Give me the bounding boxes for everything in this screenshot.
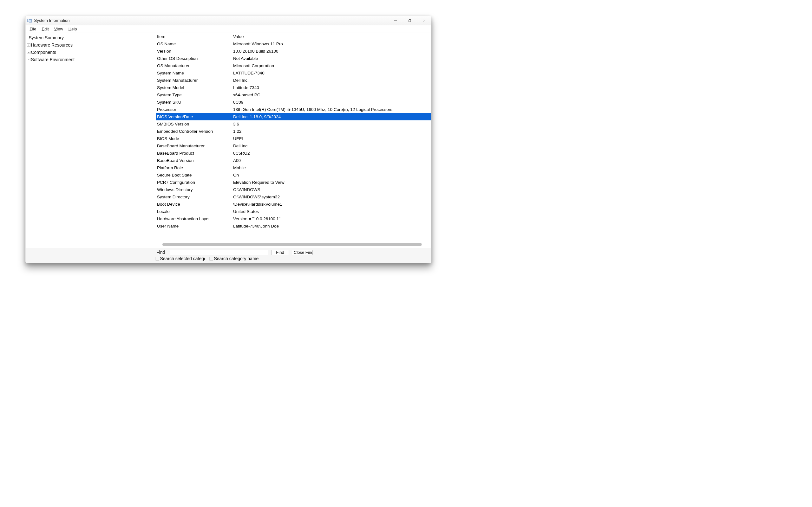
horizontal-scrollbar[interactable]	[162, 243, 422, 246]
details-item-value: On	[233, 172, 432, 177]
details-row[interactable]: Embedded Controller Version1.22	[156, 128, 432, 135]
details-row[interactable]: BaseBoard VersionA00	[156, 157, 432, 164]
details-item-name: System Model	[157, 85, 233, 90]
details-item-name: System Directory	[157, 194, 233, 199]
details-item-name: Windows Directory	[157, 187, 233, 192]
details-item-name: Boot Device	[157, 202, 233, 207]
details-row[interactable]: Version10.0.26100 Build 26100	[156, 48, 432, 55]
tree-label: Hardware Resources	[31, 43, 73, 48]
details-item-value: Mobile	[233, 165, 432, 170]
details-item-value: 3.6	[233, 121, 432, 126]
find-button[interactable]: Find	[271, 250, 289, 255]
details-row[interactable]: BIOS ModeUEFI	[156, 135, 432, 142]
details-list[interactable]: Item Value OS NameMicrosoft Windows 11 P…	[156, 33, 432, 242]
details-item-value: C:\WINDOWS	[233, 187, 432, 192]
tree-node-software-environment[interactable]: + Software Environment	[27, 56, 156, 63]
details-row[interactable]: System NameLATITUDE-7340	[156, 69, 432, 77]
details-row[interactable]: System Typex64-based PC	[156, 91, 432, 99]
app-icon	[28, 18, 32, 23]
title-bar: System Information	[26, 16, 432, 25]
tree-node-hardware-resources[interactable]: + Hardware Resources	[27, 42, 156, 49]
details-item-value: Dell Inc. 1.18.0, 9/9/2024	[233, 114, 432, 119]
menu-bar: File Edit View Help	[26, 25, 432, 33]
close-button[interactable]	[417, 16, 432, 25]
window-controls	[389, 16, 432, 25]
details-row[interactable]: BIOS Version/DateDell Inc. 1.18.0, 9/9/2…	[156, 113, 432, 120]
details-item-value: Microsoft Windows 11 Pro	[233, 41, 432, 46]
details-row[interactable]: Hardware Abstraction LayerVersion = "10.…	[156, 215, 432, 222]
details-row[interactable]: OS NameMicrosoft Windows 11 Pro	[156, 40, 432, 48]
details-item-name: Embedded Controller Version	[157, 129, 233, 134]
details-item-name: BaseBoard Version	[157, 158, 233, 163]
tree-label: System Summary	[29, 35, 64, 40]
tree-node-components[interactable]: + Components	[27, 49, 156, 56]
expander-icon[interactable]: +	[27, 51, 31, 54]
column-headers[interactable]: Item Value	[156, 33, 432, 40]
details-row[interactable]: Platform RoleMobile	[156, 164, 432, 171]
details-item-value: C:\WINDOWS\system32	[233, 194, 432, 199]
details-item-value: Elevation Required to View	[233, 180, 432, 185]
details-row[interactable]: PCR7 ConfigurationElevation Required to …	[156, 179, 432, 186]
menu-help[interactable]: Help	[66, 26, 80, 32]
minimize-button[interactable]	[389, 16, 403, 25]
menu-file[interactable]: File	[27, 26, 39, 32]
details-item-value: 0C09	[233, 100, 432, 105]
tree-label: Software Environment	[31, 57, 75, 62]
details-item-value: United States	[233, 209, 432, 214]
tree-node-system-summary[interactable]: System Summary	[27, 34, 156, 42]
details-row[interactable]: Boot Device\Device\HarddiskVolume1	[156, 201, 432, 208]
details-row[interactable]: OS ManufacturerMicrosoft Corporation	[156, 62, 432, 69]
system-information-window: System Information	[26, 16, 432, 263]
details-row[interactable]: LocaleUnited States	[156, 208, 432, 215]
details-row[interactable]: User NameLatitude-7340\John Doe	[156, 222, 432, 230]
column-header-item[interactable]: Item	[157, 34, 233, 39]
expander-icon[interactable]: +	[27, 58, 31, 61]
details-item-value: Latitude-7340\John Doe	[233, 223, 432, 228]
details-row[interactable]: System ModelLatitude 7340	[156, 84, 432, 91]
details-item-name: OS Name	[157, 41, 233, 46]
details-row[interactable]: SMBIOS Version3.6	[156, 120, 432, 128]
details-item-value: Microsoft Corporation	[233, 63, 432, 68]
details-item-name: BaseBoard Product	[157, 151, 233, 156]
details-row[interactable]: Secure Boot StateOn	[156, 171, 432, 179]
expander-icon[interactable]: +	[27, 43, 31, 47]
category-tree[interactable]: System Summary + Hardware Resources + Co…	[26, 33, 156, 248]
details-row[interactable]: System SKU0C09	[156, 99, 432, 106]
details-item-name: System SKU	[157, 100, 233, 105]
details-item-name: Processor	[157, 107, 233, 112]
column-header-value[interactable]: Value	[233, 34, 432, 39]
details-row[interactable]: Windows DirectoryC:\WINDOWS	[156, 186, 432, 193]
menu-view[interactable]: View	[52, 26, 66, 32]
window-title: System Information	[34, 18, 70, 23]
details-item-value: \Device\HarddiskVolume1	[233, 202, 432, 207]
details-item-name: Hardware Abstraction Layer	[157, 216, 233, 221]
details-item-name: PCR7 Configuration	[157, 180, 233, 185]
details-item-name: Locale	[157, 209, 233, 214]
find-bar: Find Find Close Find Search selected cat…	[26, 248, 432, 263]
search-selected-checkbox[interactable]: Search selected category only	[156, 257, 205, 262]
details-item-name: Other OS Description	[157, 56, 233, 61]
details-item-value: UEFI	[233, 136, 432, 141]
details-row[interactable]: BaseBoard ManufacturerDell Inc.	[156, 142, 432, 150]
details-row[interactable]: BaseBoard Product0C5RG2	[156, 150, 432, 157]
details-item-value: Dell Inc.	[233, 143, 432, 148]
details-item-name: BIOS Mode	[157, 136, 233, 141]
details-row[interactable]: Processor13th Gen Intel(R) Core(TM) i5-1…	[156, 106, 432, 113]
details-item-value: Version = "10.0.26100.1"	[233, 216, 432, 221]
maximize-button[interactable]	[403, 16, 417, 25]
details-item-name: OS Manufacturer	[157, 63, 233, 68]
details-row[interactable]: System DirectoryC:\WINDOWS\system32	[156, 193, 432, 201]
close-find-button[interactable]: Close Find	[292, 250, 313, 255]
details-item-name: System Manufacturer	[157, 78, 233, 83]
details-item-value: 10.0.26100 Build 26100	[233, 49, 432, 54]
details-row[interactable]: Other OS DescriptionNot Available	[156, 55, 432, 62]
menu-edit[interactable]: Edit	[39, 26, 51, 32]
search-names-checkbox[interactable]: Search category names only	[210, 257, 259, 262]
details-item-name: User Name	[157, 223, 233, 228]
details-item-value: 13th Gen Intel(R) Core(TM) i5-1345U, 160…	[233, 107, 432, 112]
details-item-value: Latitude 7340	[233, 85, 432, 90]
find-input[interactable]	[170, 250, 268, 255]
tree-label: Components	[31, 50, 56, 55]
details-row[interactable]: System ManufacturerDell Inc.	[156, 77, 432, 84]
details-item-name: System Type	[157, 92, 233, 97]
